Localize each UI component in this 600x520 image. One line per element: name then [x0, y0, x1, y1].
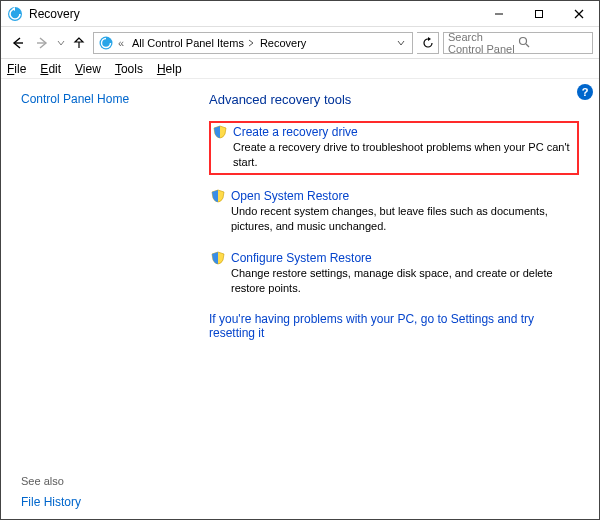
tool-open-system-restore: Open System Restore Undo recent system c…	[209, 187, 589, 238]
svg-line-12	[526, 44, 529, 47]
chevron-right-icon	[246, 39, 256, 47]
menu-bar: File Edit View Tools Help	[1, 59, 599, 79]
open-system-restore-link[interactable]: Open System Restore	[231, 189, 349, 203]
breadcrumb-recovery[interactable]: Recovery	[260, 37, 306, 49]
content-area: Control Panel Home See also File History…	[1, 80, 599, 519]
maximize-button[interactable]	[519, 1, 559, 27]
recent-locations-dropdown[interactable]	[55, 32, 67, 54]
shield-icon	[211, 251, 225, 265]
back-button[interactable]	[7, 32, 29, 54]
page-heading: Advanced recovery tools	[209, 92, 589, 107]
shield-icon	[213, 125, 227, 139]
forward-button[interactable]	[31, 32, 53, 54]
recovery-app-icon	[7, 6, 23, 22]
tool-description: Change restore settings, manage disk spa…	[231, 266, 585, 296]
tool-create-recovery-drive: Create a recovery drive Create a recover…	[209, 121, 579, 175]
main-panel: ? Advanced recovery tools Create a recov…	[195, 80, 599, 519]
menu-file[interactable]: File	[7, 62, 26, 76]
configure-system-restore-link[interactable]: Configure System Restore	[231, 251, 372, 265]
breadcrumb-label: All Control Panel Items	[132, 37, 244, 49]
tool-configure-system-restore: Configure System Restore Change restore …	[209, 249, 589, 300]
tool-description: Create a recovery drive to troubleshoot …	[233, 140, 575, 170]
shield-icon	[211, 189, 225, 203]
breadcrumb-label: Recovery	[260, 37, 306, 49]
file-history-link[interactable]: File History	[21, 495, 185, 509]
svg-rect-3	[536, 10, 543, 17]
minimize-button[interactable]	[479, 1, 519, 27]
create-recovery-drive-link[interactable]: Create a recovery drive	[233, 125, 358, 139]
chevron-left-icon: «	[118, 37, 128, 49]
address-dropdown[interactable]	[394, 39, 408, 47]
up-button[interactable]	[69, 32, 89, 54]
search-input[interactable]: Search Control Panel	[443, 32, 593, 54]
help-icon[interactable]: ?	[577, 84, 593, 100]
window-title: Recovery	[29, 7, 479, 21]
breadcrumb-all-items[interactable]: All Control Panel Items	[132, 37, 256, 49]
menu-tools[interactable]: Tools	[115, 62, 143, 76]
refresh-button[interactable]	[417, 32, 439, 54]
navigation-row: « All Control Panel Items Recovery Searc…	[1, 27, 599, 59]
close-button[interactable]	[559, 1, 599, 27]
control-panel-home-link[interactable]: Control Panel Home	[21, 92, 185, 106]
reset-pc-link[interactable]: If you're having problems with your PC, …	[209, 312, 579, 340]
sidebar: Control Panel Home See also File History	[1, 80, 195, 519]
see-also-heading: See also	[21, 475, 185, 487]
svg-marker-10	[428, 37, 431, 41]
svg-point-11	[520, 37, 527, 44]
title-bar: Recovery	[1, 1, 599, 27]
recovery-path-icon	[98, 35, 114, 51]
tool-description: Undo recent system changes, but leave fi…	[231, 204, 585, 234]
search-placeholder: Search Control Panel	[448, 31, 518, 55]
menu-view[interactable]: View	[75, 62, 101, 76]
address-bar[interactable]: « All Control Panel Items Recovery	[93, 32, 413, 54]
search-icon	[518, 36, 588, 50]
menu-edit[interactable]: Edit	[40, 62, 61, 76]
menu-help[interactable]: Help	[157, 62, 182, 76]
